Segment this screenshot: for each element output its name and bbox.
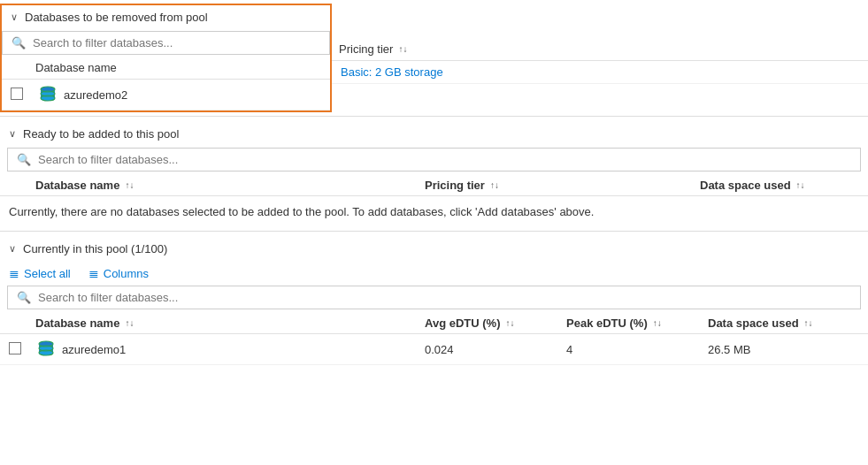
section3-col-headers: Database name ↑↓ Avg eDTU (%) ↑↓ Peak eD… <box>0 313 868 334</box>
search-icon-2: 🔍 <box>17 153 31 166</box>
section-ready-to-add: ∨ Ready to be added to this pool 🔍 Datab… <box>0 117 868 232</box>
section3-avg-edtu-header: Avg eDTU (%) ↑↓ <box>425 316 566 330</box>
row-db-name: azuredemo2 <box>64 88 127 102</box>
select-all-button[interactable]: ≣ Select all <box>9 266 71 280</box>
pricing-col-header: Pricing tier ↑↓ <box>339 42 861 56</box>
section3-title: Currently in this pool (1/100) <box>23 242 167 255</box>
section1-title: Databases to be removed from pool <box>25 11 208 24</box>
section2-header: ∨ Ready to be added to this pool <box>0 120 868 146</box>
section1-pricing-header: Pricing tier ↑↓ <box>332 38 868 61</box>
database-icon-2 <box>35 339 57 360</box>
section1-db-name-header: Database name <box>35 61 319 74</box>
section1-search-input[interactable] <box>33 36 320 50</box>
chevron-down-icon-3: ∨ <box>9 243 16 255</box>
row3-db-name: azuredemo1 <box>62 343 126 356</box>
row-checkbox-col[interactable] <box>11 88 37 103</box>
search-icon: 🔍 <box>12 36 26 50</box>
row-checkbox-col3[interactable] <box>9 342 35 357</box>
row3-avg-edtu: 0.024 <box>425 343 566 356</box>
select-all-icon: ≣ <box>9 266 19 280</box>
sort-icon-7: ↑↓ <box>653 319 662 328</box>
row-db-icon-name: azuredemo2 <box>37 84 320 105</box>
section2-search-input[interactable] <box>38 153 851 166</box>
chevron-down-icon: ∨ <box>11 11 18 23</box>
checkbox-3[interactable] <box>9 342 21 354</box>
section3-search-input[interactable] <box>38 291 851 304</box>
section2-col-headers: Database name ↑↓ Pricing tier ↑↓ Data sp… <box>0 175 868 196</box>
row3-data-space: 26.5 MB <box>708 343 867 356</box>
section3-db-name-header: Database name ↑↓ <box>35 316 425 330</box>
row3-peak-edtu: 4 <box>566 343 708 356</box>
section2-data-space-header: Data space used ↑↓ <box>700 179 859 192</box>
checkbox[interactable] <box>11 88 23 100</box>
table-row: azuredemo1 0.024 4 26.5 MB <box>0 334 868 365</box>
sort-icon-5: ↑↓ <box>125 319 134 328</box>
section1-pricing-row: Basic: 2 GB storage <box>332 61 868 84</box>
columns-button[interactable]: ≣ Columns <box>88 266 149 280</box>
highlight-box: ∨ Databases to be removed from pool 🔍 Da… <box>0 4 332 112</box>
columns-label: Columns <box>104 267 149 280</box>
sort-icon-3: ↑↓ <box>490 181 499 190</box>
chevron-down-icon-2: ∨ <box>9 128 16 140</box>
sort-icon-4: ↑↓ <box>796 181 805 190</box>
columns-icon: ≣ <box>88 266 99 280</box>
section2-title: Ready to be added to this pool <box>23 127 179 141</box>
section-remove-from-pool: ∨ Databases to be removed from pool 🔍 Da… <box>0 0 868 117</box>
section1-col-header: Database name <box>2 57 330 80</box>
section2-db-name-header: Database name ↑↓ <box>35 179 425 192</box>
pricing-tier-link[interactable]: Basic: 2 GB storage <box>341 65 443 79</box>
section-in-pool: ∨ Currently in this pool (1/100) ≣ Selec… <box>0 232 868 369</box>
section3-search-bar[interactable]: 🔍 <box>7 286 861 309</box>
database-icon <box>37 84 58 105</box>
row3-db-icon-name: azuredemo1 <box>35 339 425 360</box>
sort-icon-6: ↑↓ <box>505 319 514 328</box>
section3-peak-edtu-header: Peak eDTU (%) ↑↓ <box>566 316 708 330</box>
sort-icon-8: ↑↓ <box>804 319 813 328</box>
section3-data-space-header: Data space used ↑↓ <box>708 316 867 330</box>
sort-icon: ↑↓ <box>398 45 407 54</box>
section1-right-side: Pricing tier ↑↓ Basic: 2 GB storage <box>332 4 868 84</box>
section1-header: ∨ Databases to be removed from pool <box>2 5 330 29</box>
table-row: azuredemo2 <box>2 80 330 111</box>
section2-empty-message: Currently, there are no databases select… <box>0 196 868 227</box>
sort-icon-2: ↑↓ <box>125 181 134 190</box>
section2-search-bar[interactable]: 🔍 <box>7 148 861 172</box>
search-icon-3: 🔍 <box>17 291 31 304</box>
section2-pricing-header: Pricing tier ↑↓ <box>425 179 700 192</box>
select-all-label: Select all <box>24 267 71 280</box>
section3-toolbar: ≣ Select all ≣ Columns <box>0 261 868 284</box>
section1-search-bar[interactable]: 🔍 <box>2 31 330 55</box>
section3-header: ∨ Currently in this pool (1/100) <box>0 235 868 261</box>
